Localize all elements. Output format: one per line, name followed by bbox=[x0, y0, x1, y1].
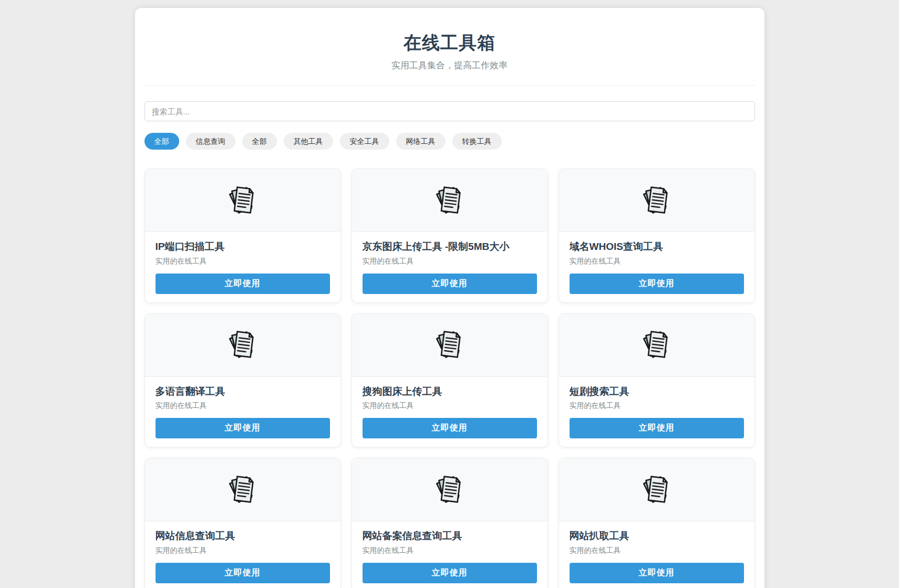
tool-card: 搜狗图床上传工具 实用的在线工具 立即使用 bbox=[352, 313, 548, 448]
tool-card-body: 多语言翻译工具 实用的在线工具 立即使用 bbox=[145, 377, 340, 447]
tool-card: 网站备案信息查询工具 实用的在线工具 立即使用 bbox=[352, 458, 548, 588]
documents-icon bbox=[639, 474, 674, 506]
filter-bar: 全部信息查询全部其他工具安全工具网络工具转换工具 bbox=[144, 133, 755, 150]
tool-card-title: IP端口扫描工具 bbox=[156, 240, 330, 253]
use-now-button[interactable]: 立即使用 bbox=[156, 418, 330, 438]
tool-card: 短剧搜索工具 实用的在线工具 立即使用 bbox=[559, 313, 755, 448]
tool-card-description: 实用的在线工具 bbox=[363, 401, 537, 411]
use-now-button[interactable]: 立即使用 bbox=[570, 418, 744, 438]
tool-card-body: 网站备案信息查询工具 实用的在线工具 立即使用 bbox=[352, 521, 547, 588]
filter-pill[interactable]: 转换工具 bbox=[452, 133, 502, 150]
tool-card-description: 实用的在线工具 bbox=[570, 401, 744, 411]
tool-card-body: 域名WHOIS查询工具 实用的在线工具 立即使用 bbox=[559, 232, 755, 302]
filter-pill[interactable]: 全部 bbox=[242, 133, 277, 150]
tool-card: 网站信息查询工具 实用的在线工具 立即使用 bbox=[144, 458, 341, 588]
tool-card-body: 短剧搜索工具 实用的在线工具 立即使用 bbox=[559, 377, 755, 447]
documents-icon bbox=[639, 184, 674, 217]
tool-card-image bbox=[145, 314, 340, 377]
tool-card-title: 域名WHOIS查询工具 bbox=[570, 240, 744, 253]
tool-card: 多语言翻译工具 实用的在线工具 立即使用 bbox=[144, 313, 341, 448]
tool-card-title: 短剧搜索工具 bbox=[570, 385, 744, 398]
tool-card-description: 实用的在线工具 bbox=[363, 545, 537, 555]
use-now-button[interactable]: 立即使用 bbox=[363, 274, 537, 294]
tool-card-title: 京东图床上传工具 -限制5MB大小 bbox=[363, 240, 537, 253]
tool-card-image bbox=[559, 458, 755, 521]
tool-card-image bbox=[352, 314, 547, 377]
tool-card-title: 多语言翻译工具 bbox=[156, 385, 330, 398]
documents-icon bbox=[639, 329, 674, 361]
tool-card-description: 实用的在线工具 bbox=[156, 401, 330, 411]
tool-card-description: 实用的在线工具 bbox=[570, 545, 744, 555]
tool-card-body: 网站扒取工具 实用的在线工具 立即使用 bbox=[559, 521, 755, 588]
use-now-button[interactable]: 立即使用 bbox=[156, 563, 330, 583]
documents-icon bbox=[432, 474, 467, 506]
tool-card-title: 搜狗图床上传工具 bbox=[363, 385, 537, 398]
page-title: 在线工具箱 bbox=[144, 31, 755, 55]
filter-pill[interactable]: 其他工具 bbox=[284, 133, 333, 150]
search-input[interactable] bbox=[144, 101, 755, 121]
filter-pill[interactable]: 网络工具 bbox=[396, 133, 446, 150]
documents-icon bbox=[432, 184, 467, 217]
documents-icon bbox=[432, 329, 467, 361]
main-panel: 在线工具箱 实用工具集合，提高工作效率 全部信息查询全部其他工具安全工具网络工具… bbox=[135, 8, 764, 588]
tool-card-image bbox=[559, 169, 755, 232]
tool-card: IP端口扫描工具 实用的在线工具 立即使用 bbox=[144, 169, 341, 303]
tool-card-image bbox=[352, 458, 547, 521]
filter-pill[interactable]: 信息查询 bbox=[186, 133, 235, 150]
tool-card-title: 网站备案信息查询工具 bbox=[363, 530, 537, 542]
filter-pill[interactable]: 安全工具 bbox=[340, 133, 389, 150]
use-now-button[interactable]: 立即使用 bbox=[570, 274, 744, 294]
tool-card-body: IP端口扫描工具 实用的在线工具 立即使用 bbox=[145, 232, 340, 302]
tool-card: 京东图床上传工具 -限制5MB大小 实用的在线工具 立即使用 bbox=[352, 169, 548, 303]
page-header: 在线工具箱 实用工具集合，提高工作效率 bbox=[144, 31, 755, 86]
tool-card-body: 搜狗图床上传工具 实用的在线工具 立即使用 bbox=[352, 377, 547, 447]
tool-card: 网站扒取工具 实用的在线工具 立即使用 bbox=[559, 458, 755, 588]
tool-card-image bbox=[145, 169, 340, 232]
tool-card-description: 实用的在线工具 bbox=[156, 545, 330, 555]
tool-card-title: 网站扒取工具 bbox=[570, 530, 744, 542]
documents-icon bbox=[225, 184, 260, 217]
tool-card-title: 网站信息查询工具 bbox=[156, 530, 330, 542]
tool-card-image bbox=[145, 458, 340, 521]
tool-card: 域名WHOIS查询工具 实用的在线工具 立即使用 bbox=[559, 169, 755, 303]
tool-card-image bbox=[559, 314, 755, 377]
documents-icon bbox=[225, 329, 260, 361]
use-now-button[interactable]: 立即使用 bbox=[363, 418, 537, 438]
tool-card-description: 实用的在线工具 bbox=[570, 256, 744, 266]
use-now-button[interactable]: 立即使用 bbox=[570, 563, 744, 583]
tool-grid: IP端口扫描工具 实用的在线工具 立即使用 bbox=[144, 169, 755, 588]
page-subtitle: 实用工具集合，提高工作效率 bbox=[144, 59, 755, 71]
tool-card-image bbox=[352, 169, 547, 232]
use-now-button[interactable]: 立即使用 bbox=[156, 274, 330, 294]
filter-pill[interactable]: 全部 bbox=[144, 133, 179, 150]
documents-icon bbox=[225, 474, 260, 506]
tool-card-description: 实用的在线工具 bbox=[363, 256, 537, 266]
tool-card-description: 实用的在线工具 bbox=[156, 256, 330, 266]
use-now-button[interactable]: 立即使用 bbox=[363, 563, 537, 583]
tool-card-body: 京东图床上传工具 -限制5MB大小 实用的在线工具 立即使用 bbox=[352, 232, 547, 302]
tool-card-body: 网站信息查询工具 实用的在线工具 立即使用 bbox=[145, 521, 340, 588]
